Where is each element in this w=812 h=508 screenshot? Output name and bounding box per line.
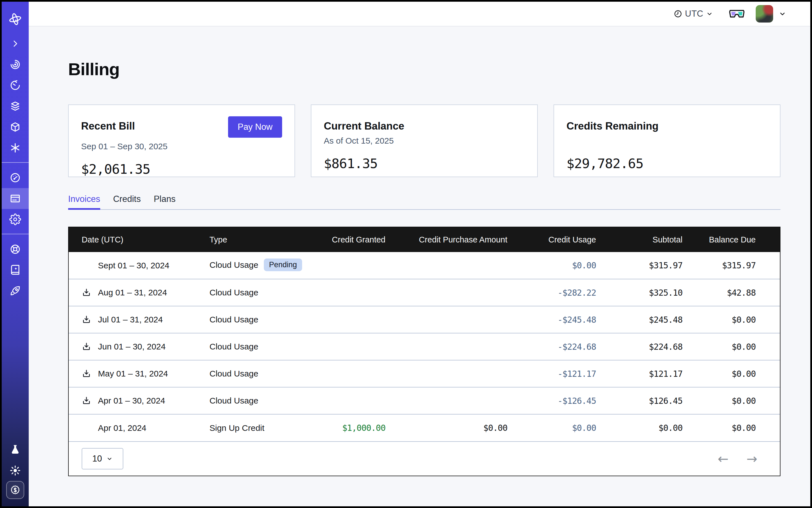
invoice-date: Jul 01 – 31, 2024	[98, 315, 163, 325]
dollar-badge-icon	[9, 484, 21, 496]
sidebar	[2, 2, 29, 506]
subtotal-value: $121.17	[649, 369, 682, 379]
column-header: Balance Due	[682, 227, 780, 252]
timezone-selector[interactable]: UTC	[674, 9, 713, 19]
subtotal-value: $325.10	[649, 288, 682, 298]
credit-usage-value: $0.00	[572, 260, 596, 270]
table-row: Sept 01 – 30, 2024 Cloud UsagePending $0…	[69, 252, 780, 279]
table-row: Jun 01 – 30, 2024 Cloud Usage -$224.68 $…	[69, 333, 780, 360]
life-ring-icon	[9, 243, 21, 255]
column-header: Type	[210, 227, 322, 252]
download-invoice-button[interactable]	[82, 396, 93, 406]
invoice-date: Jun 01 – 30, 2024	[98, 342, 166, 351]
invoice-type: Cloud Usage	[210, 315, 258, 324]
invoices-table: Date (UTC) Type Credit Granted Credit Pu…	[68, 227, 780, 476]
page-title: Billing	[68, 59, 780, 79]
billing-page: UTC Billing Recent Bill Pay Now Sep 01 –…	[2, 2, 810, 506]
chevron-down-icon[interactable]	[779, 10, 786, 17]
column-header: Credit Purchase Amount	[385, 227, 507, 252]
current-balance-card: Current Balance As of Oct 15, 2025 $861.…	[311, 104, 538, 177]
invoice-date: Apr 01 – 30, 2024	[98, 396, 165, 406]
credit-card-icon	[9, 193, 21, 204]
sidebar-item-observability[interactable]	[2, 54, 29, 75]
invoice-type: Cloud Usage	[210, 396, 258, 405]
sidebar-collapse-button[interactable]	[2, 33, 29, 54]
invoice-rows: Sept 01 – 30, 2024 Cloud UsagePending $0…	[69, 252, 780, 441]
sidebar-item-usage[interactable]	[2, 167, 29, 188]
invoice-date: Aug 01 – 31, 2024	[98, 288, 167, 297]
summary-cards: Recent Bill Pay Now Sep 01 – Sep 30, 202…	[68, 104, 780, 177]
credit-usage-value: $0.00	[572, 423, 596, 433]
page-size-value: 10	[92, 454, 102, 464]
column-header: Credit Usage	[507, 227, 596, 252]
sidebar-item-billing[interactable]	[2, 188, 29, 209]
card-title: Current Balance	[324, 120, 404, 132]
sidebar-item-schedules[interactable]	[2, 75, 29, 96]
card-amount: $861.35	[324, 156, 525, 171]
avatar[interactable]	[756, 5, 773, 23]
cube-icon	[9, 121, 21, 133]
column-header: Credit Granted	[322, 227, 385, 252]
gear-icon	[9, 213, 21, 225]
book-sparkle-icon	[9, 264, 21, 276]
pay-now-button[interactable]: Pay Now	[228, 116, 282, 138]
balance-due-value: $0.00	[732, 423, 756, 433]
theme-toggle[interactable]	[2, 460, 29, 481]
sun-icon	[9, 465, 21, 476]
download-icon	[82, 315, 91, 325]
sidebar-item-deployments[interactable]	[2, 117, 29, 137]
sidebar-item-get-started[interactable]	[2, 281, 29, 301]
download-icon	[82, 396, 91, 406]
orbit-logo-icon[interactable]	[2, 11, 29, 27]
credits-remaining-card: Credits Remaining $29,782.65	[554, 104, 780, 177]
sidebar-item-docs[interactable]	[2, 260, 29, 281]
sidebar-item-labs[interactable]	[2, 439, 29, 460]
sidebar-item-stacks[interactable]	[2, 96, 29, 117]
table-row: Apr 01, 2024 Sign Up Credit $1,000.00 $0…	[69, 414, 780, 441]
download-invoice-button[interactable]	[82, 342, 93, 351]
sidebar-item-secrets[interactable]	[2, 137, 29, 158]
column-header: Date (UTC)	[69, 227, 210, 252]
subtotal-value: $126.45	[649, 396, 682, 406]
table-row: Aug 01 – 31, 2024 Cloud Usage -$282.22 $…	[69, 279, 780, 306]
card-title: Credits Remaining	[566, 120, 658, 132]
credit-usage-value: -$282.22	[558, 288, 596, 298]
clock-history-icon	[9, 79, 21, 91]
credits-button[interactable]	[6, 481, 24, 499]
page-size-select[interactable]: 10	[82, 448, 123, 469]
sidebar-divider	[2, 234, 29, 234]
subtotal-value: $224.68	[649, 342, 682, 352]
sidebar-item-settings[interactable]	[2, 209, 29, 230]
tab-credits[interactable]: Credits	[113, 194, 141, 209]
gauge-icon	[9, 172, 21, 183]
table-header: Date (UTC) Type Credit Granted Credit Pu…	[69, 227, 780, 252]
card-amount: $2,061.35	[81, 161, 282, 177]
chevron-right-icon	[11, 39, 20, 48]
credit-usage-value: -$121.17	[558, 369, 596, 379]
table-row: Jul 01 – 31, 2024 Cloud Usage -$245.48 $…	[69, 306, 780, 333]
previous-page-button[interactable]: ←	[718, 452, 729, 465]
rocket-icon	[9, 285, 21, 297]
subtotal-value: $0.00	[658, 423, 682, 433]
balance-due-value: $0.00	[732, 396, 756, 406]
sidebar-item-support[interactable]	[2, 239, 29, 260]
balance-due-value: $0.00	[732, 369, 756, 379]
clock-icon	[674, 9, 682, 18]
sidebar-divider	[2, 162, 29, 163]
balance-due-value: $0.00	[732, 342, 756, 352]
download-invoice-button[interactable]	[82, 315, 93, 325]
balance-due-value: $0.00	[732, 315, 756, 325]
tab-invoices[interactable]: Invoices	[68, 194, 100, 209]
3d-glasses-icon[interactable]	[729, 9, 744, 18]
download-invoice-button[interactable]	[82, 288, 93, 297]
tab-plans[interactable]: Plans	[154, 194, 176, 209]
credit-granted-value: $1,000.00	[342, 423, 385, 433]
topbar: UTC	[29, 2, 810, 27]
next-page-button[interactable]: →	[746, 452, 757, 465]
invoice-type: Sign Up Credit	[210, 423, 264, 432]
invoice-date: May 01 – 31, 2024	[98, 369, 168, 378]
timezone-label: UTC	[685, 9, 703, 19]
card-amount: $29,782.65	[566, 156, 768, 171]
download-invoice-button[interactable]	[82, 369, 93, 378]
table-footer: 10 ← →	[69, 441, 780, 476]
